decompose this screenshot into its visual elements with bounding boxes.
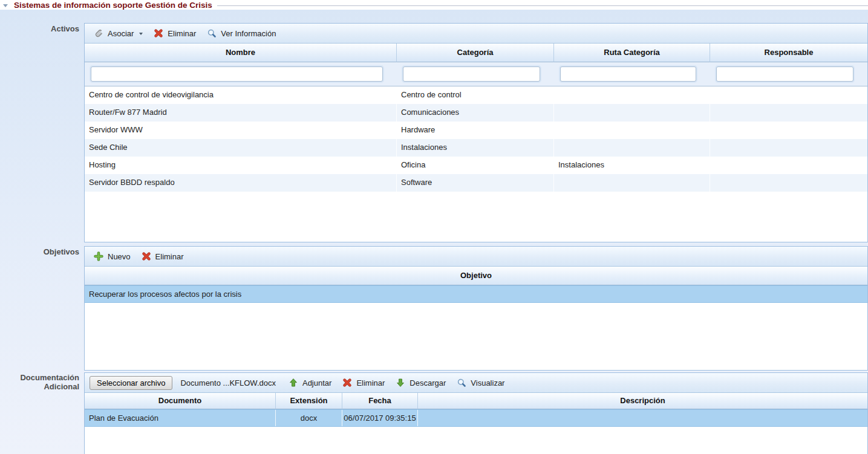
cell-categoria: Software [397,174,554,192]
activos-label: Activos [0,24,79,33]
column-header-objetivo[interactable]: Objetivo [85,267,867,285]
objetivos-label: Objetivos [0,247,79,256]
cell-nombre: Hosting [85,157,397,174]
eliminar-objetivo-button[interactable]: Eliminar [137,250,188,263]
magnifier-icon [457,378,466,388]
table-row[interactable]: Centro de control de videovigilancia Cen… [85,86,867,104]
collapse-arrow-icon[interactable] [3,4,8,7]
fieldset-legend: Sistemas de información soporte Gestión … [0,0,868,10]
ver-informacion-button[interactable]: Ver Información [203,27,280,40]
table-row[interactable]: Servidor WWW Hardware [85,122,867,139]
activos-header-row: Nombre Categoría Ruta Categoría Responsa… [85,44,867,62]
legend-divider [217,5,868,6]
filter-categoria-input[interactable] [403,66,540,82]
green-up-arrow-icon [289,378,298,388]
cell-responsable [710,86,867,104]
filter-responsable-input[interactable] [716,66,853,82]
seleccionar-archivo-button[interactable]: Seleccionar archivo [90,376,172,390]
eliminar-documento-button[interactable]: Eliminar [338,376,389,389]
cell-ruta-categoria [554,174,710,192]
documentacion-header-row: Documento Extensión Fecha Descripción [85,393,867,409]
activos-filter-row [85,62,867,86]
nuevo-objetivo-button[interactable]: Nuevo [90,250,135,263]
green-down-arrow-icon [396,378,405,388]
adjuntar-button[interactable]: Adjuntar [284,376,336,389]
cell-ruta-categoria: Instalaciones [554,157,710,174]
visualizar-label: Visualizar [471,378,504,388]
documentacion-panel: Seleccionar archivo Documento ...KFLOW.d… [84,372,868,454]
activos-grid-empty-area [85,192,867,242]
documentacion-label: Documentación Adicional [0,373,79,391]
column-header-ruta-categoria[interactable]: Ruta Categoría [554,44,710,62]
eliminar-documento-label: Eliminar [356,378,385,388]
red-x-icon [342,378,352,388]
cell-nombre: Router/Fw 877 Madrid [85,104,397,122]
paperclip-icon [94,28,103,38]
cell-ruta-categoria [554,139,710,157]
column-header-responsable[interactable]: Responsable [710,44,867,62]
eliminar-activo-label: Eliminar [168,29,196,38]
filter-ruta-categoria-input[interactable] [560,66,696,82]
descargar-button[interactable]: Descargar [391,376,450,389]
cell-responsable [710,139,867,157]
table-row[interactable]: Router/Fw 877 Madrid Comunicaciones [85,104,867,122]
asociar-label: Asociar [108,29,134,38]
green-plus-icon [94,251,103,261]
eliminar-activo-button[interactable]: Eliminar [149,27,200,40]
table-row[interactable]: Sede Chile Instalaciones [85,139,867,157]
objetivos-toolbar: Nuevo Eliminar [85,247,867,267]
table-row[interactable]: Recuperar los procesos afectos por la cr… [85,285,867,303]
documentacion-grid-empty-area [85,427,867,454]
column-header-fecha[interactable]: Fecha [342,393,418,409]
cell-categoria: Oficina [397,157,554,174]
objetivos-header-row: Objetivo [85,267,867,285]
crisis-management-screen: Sistemas de información soporte Gestión … [0,0,868,454]
cell-categoria: Comunicaciones [397,104,554,122]
cell-responsable [710,174,867,192]
cell-nombre: Centro de control de videovigilancia [85,86,397,104]
cell-documento: Plan de Evacuación [85,410,276,426]
column-header-documento[interactable]: Documento [85,393,276,409]
activos-panel: Asociar Eliminar Ver Información [84,23,868,242]
red-x-icon [154,28,163,38]
cell-descripcion [418,410,867,426]
ver-informacion-label: Ver Información [221,29,276,38]
documentacion-label-line1: Documentación [0,373,79,382]
cell-responsable [710,157,867,174]
visualizar-button[interactable]: Visualizar [452,376,509,389]
adjuntar-label: Adjuntar [302,378,331,388]
cell-nombre: Sede Chile [85,139,397,157]
table-row[interactable]: Plan de Evacuación docx 06/07/2017 09:35… [85,409,867,427]
objetivos-panel: Nuevo Eliminar Objetivo Recuperar los pr… [84,246,868,371]
cell-ruta-categoria [554,86,710,104]
column-header-nombre[interactable]: Nombre [85,44,397,62]
table-row[interactable]: Hosting Oficina Instalaciones [85,157,867,174]
form-body: Activos Asociar Eliminar [0,10,868,454]
filter-nombre-input[interactable] [91,66,383,82]
chevron-down-icon[interactable] [139,33,143,35]
cell-nombre: Servidor BBDD respaldo [85,174,397,192]
cell-responsable [710,104,867,122]
red-x-icon [142,251,151,261]
column-header-extension[interactable]: Extensión [276,393,342,409]
activos-toolbar: Asociar Eliminar Ver Información [85,24,867,44]
documentacion-label-line2: Adicional [0,382,79,391]
page-title: Sistemas de información soporte Gestión … [14,1,212,10]
column-header-descripcion[interactable]: Descripción [418,393,867,409]
cell-categoria: Instalaciones [397,139,554,157]
descargar-label: Descargar [410,378,446,388]
selected-file-name: Documento ...KFLOW.docx [180,378,276,388]
cell-ruta-categoria [554,104,710,122]
cell-extension: docx [276,410,342,426]
cell-responsable [710,122,867,139]
cell-nombre: Servidor WWW [85,122,397,139]
table-row[interactable]: Servidor BBDD respaldo Software [85,174,867,192]
cell-ruta-categoria [554,122,710,139]
documentacion-toolbar: Seleccionar archivo Documento ...KFLOW.d… [85,373,867,393]
asociar-button[interactable]: Asociar [90,27,147,40]
cell-objetivo: Recuperar los procesos afectos por la cr… [85,286,867,302]
magnifier-icon [207,28,217,38]
cell-categoria: Centro de control [397,86,554,104]
column-header-categoria[interactable]: Categoría [397,44,554,62]
objetivos-grid-empty-area [85,303,867,370]
